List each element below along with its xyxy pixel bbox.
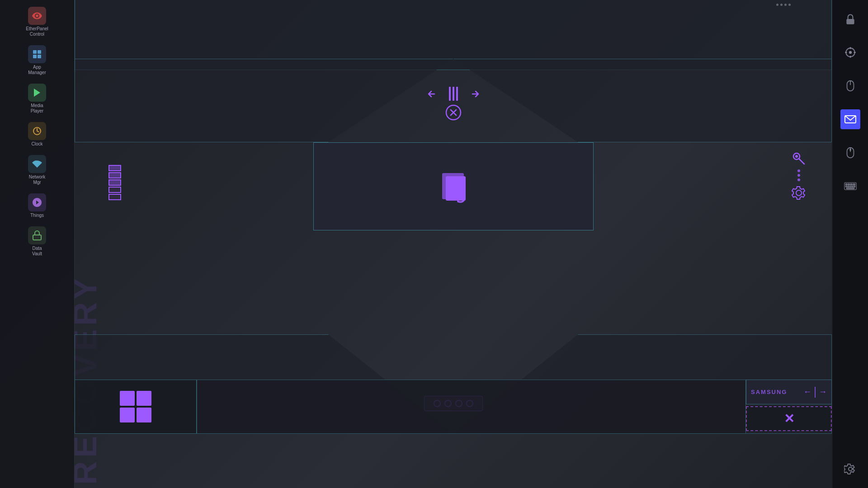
sidebar-item-6[interactable]: Things [2, 191, 72, 221]
left-sidebar: EtherPanelControl AppManager MediaPlayer… [0, 0, 75, 488]
svg-rect-35 [846, 184, 848, 185]
svg-rect-39 [846, 186, 847, 187]
svg-point-16 [795, 155, 798, 158]
sidebar-item-7[interactable]: DataVault [2, 224, 72, 259]
app-label-6: Things [30, 213, 44, 218]
svg-point-45 [849, 467, 852, 471]
svg-rect-3 [38, 55, 41, 58]
windows-logo [120, 391, 151, 422]
svg-rect-38 [853, 184, 855, 185]
app-label-1: EtherPanelControl [26, 26, 48, 37]
bottom-right-panel: SAMSUNG ← → ✕ [746, 380, 832, 434]
battery-cell-1 [108, 165, 121, 171]
arrow-left-icon[interactable]: ← [803, 387, 811, 397]
svg-point-19 [797, 178, 800, 181]
copy-refresh-icon [431, 164, 476, 209]
win-quad-1 [120, 391, 135, 406]
battery-status-icon [108, 165, 121, 200]
svg-rect-41 [849, 186, 851, 187]
svg-rect-21 [846, 19, 854, 24]
sidebar-item-3[interactable]: MediaPlayer [2, 81, 72, 116]
svg-rect-6 [33, 235, 41, 240]
bottom-center-panel [197, 380, 746, 434]
win-quad-4 [137, 408, 151, 422]
app-icon-6 [28, 193, 46, 211]
connector-top-right [453, 59, 832, 142]
windows-logo-area[interactable] [75, 380, 197, 434]
svg-marker-4 [34, 89, 40, 97]
svg-point-17 [797, 169, 800, 172]
close-circle-icon[interactable] [445, 104, 462, 123]
svg-rect-8 [453, 87, 454, 101]
divider-line [814, 387, 816, 398]
key-icon [792, 151, 806, 166]
gear-sidebar-icon[interactable] [840, 459, 860, 479]
split-horizontal-icon[interactable] [428, 86, 479, 102]
svg-rect-44 [846, 188, 854, 189]
svg-point-27 [849, 52, 851, 53]
app-label-5: NetworkMgr [29, 174, 46, 185]
svg-rect-7 [449, 87, 451, 101]
app-icon-3 [28, 84, 46, 102]
svg-rect-20 [815, 387, 816, 398]
lock-sidebar-icon[interactable] [840, 9, 860, 29]
svg-rect-1 [38, 50, 41, 54]
svg-rect-36 [848, 184, 850, 185]
connector-top-left [75, 59, 453, 142]
battery-cell-3 [108, 179, 121, 186]
sidebar-item-2[interactable]: AppManager [2, 43, 72, 78]
svg-marker-13 [455, 198, 460, 202]
samsung-navigation-bar[interactable]: SAMSUNG ← → [746, 380, 832, 404]
app-label-2: AppManager [28, 65, 46, 75]
battery-cell-2 [108, 172, 121, 178]
mouse-sidebar-icon[interactable] [840, 76, 860, 96]
svg-rect-0 [33, 50, 37, 54]
app-icon-eye [28, 7, 46, 25]
dot-3 [784, 4, 787, 6]
svg-rect-43 [854, 186, 855, 187]
win-quad-3 [120, 408, 135, 422]
svg-rect-40 [848, 186, 849, 187]
app-label-7: DataVault [32, 246, 42, 257]
sidebar-item-1[interactable]: EtherPanelControl [2, 5, 72, 39]
svg-line-15 [799, 159, 804, 164]
center-layout: SAMSUNG ← → ✕ [75, 59, 832, 434]
battery-cell-4 [108, 187, 121, 193]
message-sidebar-icon[interactable] [840, 109, 860, 129]
settings-key-area [791, 151, 807, 201]
samsung-label: SAMSUNG [751, 389, 787, 395]
app-icon-7 [28, 226, 46, 244]
battery-cell-5 [108, 194, 121, 200]
app-label-4: Clock [31, 141, 42, 147]
dot-4 [788, 4, 791, 6]
svg-point-33 [849, 149, 851, 151]
svg-rect-2 [33, 55, 37, 58]
game-ui-overlay: SAMSUNG ← → ✕ [75, 0, 832, 488]
center-main-panel[interactable] [313, 142, 594, 230]
svg-rect-42 [852, 186, 853, 187]
arrow-right-icon[interactable]: → [819, 387, 827, 397]
gear-icon[interactable] [791, 185, 807, 201]
right-sidebar [832, 0, 868, 488]
svg-rect-37 [850, 184, 852, 185]
close-icon[interactable]: ✕ [784, 411, 794, 426]
dot-1 [776, 4, 778, 6]
mouse2-sidebar-icon[interactable] [840, 143, 860, 163]
close-panel[interactable]: ✕ [746, 406, 832, 431]
app-icon-network [28, 155, 46, 173]
win-quad-2 [137, 391, 151, 406]
sidebar-item-5[interactable]: NetworkMgr [2, 153, 72, 188]
crosshair-sidebar-icon[interactable] [840, 42, 860, 62]
sidebar-item-4[interactable]: Clock [2, 120, 72, 149]
top-right-dots [776, 4, 791, 6]
dot-2 [780, 4, 783, 6]
dotted-line [797, 169, 801, 182]
svg-point-18 [797, 174, 800, 177]
keyboard-sidebar-icon[interactable] [840, 176, 860, 196]
svg-rect-9 [456, 87, 458, 101]
app-icon-4 [28, 122, 46, 140]
app-label-3: MediaPlayer [31, 103, 43, 114]
app-icon-2 [28, 45, 46, 63]
